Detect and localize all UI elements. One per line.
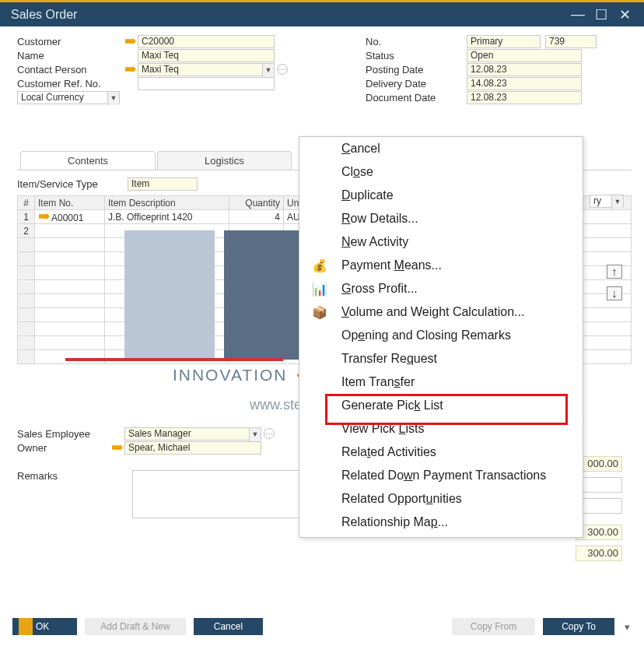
no-type-field[interactable]: Primary (467, 35, 541, 48)
context-menu-item[interactable]: Close (299, 160, 583, 184)
col-hash[interactable]: # (18, 196, 35, 210)
ok-button[interactable]: OK (12, 618, 77, 635)
link-arrow-icon[interactable] (124, 36, 136, 47)
context-menu-item[interactable]: Relationship Map... (299, 511, 583, 534)
copy-from-button[interactable]: Copy From (452, 618, 535, 635)
chevron-down-icon[interactable]: ▼ (262, 64, 274, 77)
customer-label: Customer (17, 36, 124, 47)
contact-label: Contact Person (17, 64, 124, 75)
context-menu-item[interactable]: 📦Volume and Weight Calculation... (299, 300, 583, 324)
titlebar: Sales Order — ☐ ✕ (0, 0, 644, 26)
tab-logistics[interactable]: Logistics (157, 151, 292, 170)
salesemp-label: Sales Employee (17, 428, 124, 440)
minimize-icon[interactable]: — (566, 5, 590, 25)
posting-date-field[interactable]: 12.08.23 (467, 63, 582, 76)
contact-details-icon[interactable]: ⋯ (277, 64, 288, 75)
chevron-down-icon[interactable]: ▼ (249, 428, 261, 441)
link-arrow-icon[interactable] (38, 211, 50, 223)
document-header-block: No. Primary 739 Status Open Posting Date… (366, 34, 597, 104)
delivery-date-field[interactable]: 14.08.23 (467, 77, 582, 90)
profit-icon: 📊 (312, 281, 327, 297)
context-menu-item[interactable]: Related Opportunities (299, 487, 583, 511)
salesemp-field[interactable]: Sales Manager ▼ (124, 427, 261, 441)
itemservice-label: Item/Service Type (17, 178, 124, 190)
copy-to-button[interactable]: Copy To (543, 618, 614, 635)
name-label: Name (17, 50, 124, 61)
context-menu-item[interactable]: Duplicate (299, 184, 583, 207)
custref-label: Customer Ref. No. (17, 78, 124, 90)
remarks-textarea[interactable] (132, 470, 311, 518)
button-bar: OK Add Draft & New Cancel Copy From Copy… (12, 618, 632, 635)
currency-field[interactable]: Local Currency ▼ (17, 91, 120, 104)
itemservice-field[interactable]: Item (128, 177, 198, 191)
context-menu-item[interactable]: Generate Pick List (299, 394, 583, 417)
status-field: Open (467, 49, 582, 62)
volume-icon: 📦 (312, 304, 327, 320)
owner-field[interactable]: Spear, Michael (124, 441, 261, 455)
scroll-up-button[interactable]: ↑ (607, 265, 622, 279)
no-value-field[interactable]: 739 (545, 35, 597, 48)
context-menu-item[interactable]: View Pick Lists (299, 417, 583, 441)
chevron-down-icon[interactable]: ▼ (611, 195, 623, 209)
remarks-label: Remarks (17, 470, 124, 482)
close-icon[interactable]: ✕ (613, 5, 636, 25)
status-label: Status (366, 50, 467, 61)
document-date-label: Document Date (366, 92, 467, 104)
customer-field[interactable]: C20000 (138, 35, 275, 48)
contact-field[interactable]: Maxi Teq ▼ (138, 63, 275, 76)
col-qty[interactable]: Quantity (229, 196, 284, 210)
context-menu-item[interactable]: Row Details... (299, 207, 583, 230)
scroll-down-button[interactable]: ↓ (607, 286, 622, 300)
context-menu-item[interactable]: Related Activities (299, 441, 583, 464)
context-menu: CancelCloseDuplicateRow Details...New Ac… (299, 136, 583, 538)
custref-field[interactable] (138, 77, 275, 90)
context-menu-item[interactable]: Cancel (299, 137, 583, 160)
context-menu-item[interactable]: Item Transfer (299, 370, 583, 394)
context-menu-item[interactable]: Opening and Closing Remarks (299, 324, 583, 347)
add-draft-button[interactable]: Add Draft & New (85, 618, 185, 635)
context-menu-item[interactable]: Related Down Payment Transactions (299, 464, 583, 487)
col-itemno[interactable]: Item No. (35, 196, 105, 210)
context-menu-item[interactable]: 💰Payment Means... (299, 254, 583, 277)
chevron-down-icon[interactable]: ▾ (622, 621, 632, 633)
context-menu-item[interactable]: New Activity (299, 230, 583, 254)
cancel-button[interactable]: Cancel (194, 618, 263, 635)
col-desc[interactable]: Item Description (105, 196, 229, 210)
window-title: Sales Order (11, 8, 566, 22)
chevron-down-icon[interactable]: ▼ (107, 92, 119, 105)
summary-type-field[interactable]: ry ▼ (590, 195, 624, 208)
payment-icon: 💰 (312, 258, 327, 273)
name-field[interactable]: Maxi Teq (138, 49, 275, 62)
context-menu-item[interactable]: 📊Gross Profit... (299, 277, 583, 300)
no-label: No. (366, 36, 467, 47)
customer-block: Customer C20000 Name Maxi Teq Contact Pe… (17, 34, 288, 104)
document-date-field[interactable]: 12.08.23 (467, 91, 582, 104)
maximize-icon[interactable]: ☐ (590, 5, 613, 25)
posting-date-label: Posting Date (366, 64, 467, 75)
link-arrow-icon[interactable] (111, 442, 123, 454)
delivery-date-label: Delivery Date (366, 78, 467, 90)
tab-contents[interactable]: Contents (20, 151, 156, 170)
link-arrow-icon[interactable] (124, 64, 136, 75)
owner-label: Owner (17, 442, 124, 454)
salesemp-details-icon[interactable]: ⋯ (264, 428, 275, 439)
context-menu-item[interactable]: Transfer Request (299, 347, 583, 370)
